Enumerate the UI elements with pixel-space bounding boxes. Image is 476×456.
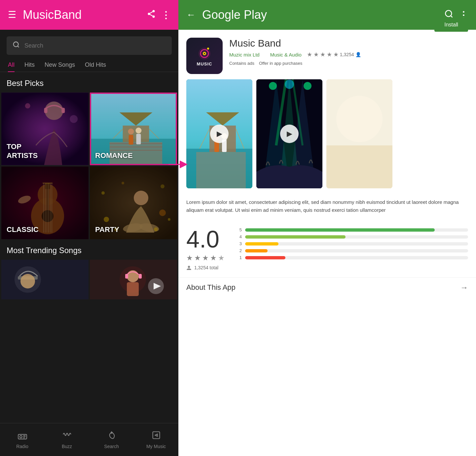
tab-new-songs[interactable]: New Songs bbox=[45, 61, 75, 72]
grid-item-top-artists[interactable]: TOPARTISTS bbox=[1, 93, 89, 165]
nav-buzz[interactable]: Buzz bbox=[45, 431, 89, 449]
app-publisher[interactable]: Muzic mix Ltd bbox=[229, 52, 260, 57]
play-btn-2[interactable]: ▶ bbox=[280, 125, 299, 143]
search-input[interactable] bbox=[24, 42, 166, 49]
search-bar[interactable] bbox=[7, 36, 172, 55]
back-icon[interactable]: ← bbox=[186, 10, 196, 20]
badge-iap: Offer in app purchases bbox=[259, 61, 302, 66]
bar-fill-1 bbox=[245, 256, 285, 259]
app-name: Music Band bbox=[229, 38, 428, 49]
svg-point-99 bbox=[304, 82, 311, 90]
tab-old-hits[interactable]: Old Hits bbox=[85, 61, 106, 72]
svg-point-102 bbox=[336, 96, 383, 142]
left-header: ☰ MusicBand ⋮ bbox=[0, 0, 178, 30]
nav-mymusic-label: My Music bbox=[146, 444, 166, 449]
big-star-5: ★ bbox=[218, 254, 225, 262]
grid-item-classic[interactable]: CLASSIC bbox=[1, 167, 89, 239]
screenshot-3[interactable] bbox=[326, 79, 392, 188]
gp-header: ← Google Play ⋮ bbox=[178, 0, 476, 30]
screenshots-row: ▶ bbox=[178, 79, 476, 195]
share-icon[interactable] bbox=[147, 9, 156, 21]
search-icon bbox=[13, 41, 20, 50]
bar-track-5 bbox=[245, 228, 468, 232]
app-category[interactable]: Music & Audio bbox=[270, 52, 302, 57]
badge-ads: Contains ads bbox=[229, 61, 254, 66]
svg-point-72 bbox=[446, 10, 452, 17]
svg-rect-61 bbox=[127, 282, 139, 296]
star-4: ★ bbox=[327, 51, 332, 58]
mymusic-icon bbox=[152, 431, 161, 442]
svg-point-1 bbox=[148, 13, 150, 15]
star-5: ★ bbox=[333, 51, 339, 58]
gp-app-info: MUSIC Music Band Muzic mix Ltd Music & A… bbox=[178, 30, 476, 79]
nav-radio-label: Radio bbox=[16, 444, 28, 449]
bar-track-1 bbox=[245, 256, 468, 259]
big-star-1: ★ bbox=[186, 254, 193, 262]
install-button[interactable]: Install bbox=[434, 18, 468, 32]
bar-label-2: 2 bbox=[238, 248, 242, 253]
grid-label-top-artists: TOPARTISTS bbox=[7, 142, 38, 160]
nav-search-label: Search bbox=[104, 444, 119, 449]
bar-fill-4 bbox=[245, 235, 346, 239]
svg-line-3 bbox=[150, 14, 153, 16]
best-picks-title: Best Picks bbox=[0, 72, 178, 93]
svg-line-4 bbox=[150, 12, 153, 13]
app-badges: Contains ads Offer in app purchases bbox=[229, 61, 428, 66]
screenshot-1[interactable]: ▶ bbox=[186, 79, 252, 188]
menu-icon[interactable]: ☰ bbox=[8, 10, 16, 19]
grid-item-party[interactable]: PARTY bbox=[90, 167, 177, 239]
bar-fill-2 bbox=[245, 249, 268, 252]
svg-rect-63 bbox=[139, 274, 142, 279]
svg-rect-54 bbox=[1, 260, 89, 299]
app-meta: Muzic mix Ltd Music & Audio ★ ★ ★ ★ ★ 1,… bbox=[229, 51, 428, 58]
bar-label-4: 4 bbox=[238, 234, 242, 239]
rating-section: 4.0 ★ ★ ★ ★ ★ 1,3254 total 5 bbox=[178, 221, 476, 277]
app-icon-label: MUSIC bbox=[197, 61, 212, 66]
bar-row-4: 4 bbox=[238, 234, 468, 239]
big-star-2: ★ bbox=[194, 254, 201, 262]
musicband-panel: ☰ MusicBand ⋮ All Hits New Songs Old Hit… bbox=[0, 0, 178, 456]
trending-grid bbox=[0, 260, 178, 423]
header-actions: ⋮ bbox=[147, 9, 170, 21]
svg-point-98 bbox=[285, 80, 294, 89]
svg-point-77 bbox=[204, 53, 205, 54]
svg-line-73 bbox=[451, 16, 452, 17]
bar-row-3: 3 bbox=[238, 241, 468, 246]
bar-track-4 bbox=[245, 235, 468, 239]
about-arrow-icon: → bbox=[460, 283, 468, 292]
google-play-panel: ← Google Play ⋮ MUSIC bbox=[178, 0, 476, 456]
buzz-icon bbox=[62, 431, 72, 442]
play-btn-1[interactable]: ▶ bbox=[210, 125, 229, 143]
app-details: Music Band Muzic mix Ltd Music & Audio ★… bbox=[229, 38, 428, 70]
app-stars: ★ ★ ★ ★ ★ 1,3254 👤 bbox=[307, 51, 361, 58]
trending-item-1[interactable] bbox=[1, 260, 89, 299]
nav-buzz-label: Buzz bbox=[62, 444, 72, 449]
app-description: Lorem ipsum dolor sit amet, consectetuer… bbox=[178, 195, 476, 221]
people-icon: 👤 bbox=[355, 52, 361, 57]
bar-fill-5 bbox=[245, 228, 435, 232]
screenshot-2[interactable]: ▶ bbox=[256, 79, 322, 188]
big-rating-stars: ★ ★ ★ ★ ★ bbox=[186, 254, 225, 262]
rating-bars: 5 4 3 2 bbox=[238, 227, 468, 262]
app-icon: MUSIC bbox=[186, 38, 223, 74]
app-title: MusicBand bbox=[23, 8, 140, 22]
nav-search[interactable]: Search bbox=[89, 431, 134, 449]
about-label: About This App bbox=[186, 283, 460, 292]
svg-point-0 bbox=[153, 10, 155, 12]
trending-item-2[interactable] bbox=[90, 260, 177, 299]
nav-mymusic[interactable]: My Music bbox=[134, 431, 178, 449]
tab-all[interactable]: All bbox=[8, 61, 15, 72]
bar-track-2 bbox=[245, 249, 468, 252]
grid-item-romance[interactable]: ROMANCE bbox=[90, 93, 177, 165]
radio-icon bbox=[18, 431, 27, 442]
nav-radio[interactable]: Radio bbox=[0, 431, 45, 449]
big-rating-number: 4.0 bbox=[186, 227, 219, 251]
bottom-nav: Radio Buzz Search bbox=[0, 423, 178, 456]
more-icon[interactable]: ⋮ bbox=[161, 10, 170, 20]
big-star-3: ★ bbox=[202, 254, 209, 262]
grid-label-classic: CLASSIC bbox=[7, 225, 39, 234]
about-this-app[interactable]: About This App → bbox=[178, 277, 476, 297]
grid-label-party: PARTY bbox=[95, 225, 119, 234]
best-picks-grid: TOPARTISTS bbox=[0, 93, 178, 239]
tab-hits[interactable]: Hits bbox=[24, 61, 35, 72]
